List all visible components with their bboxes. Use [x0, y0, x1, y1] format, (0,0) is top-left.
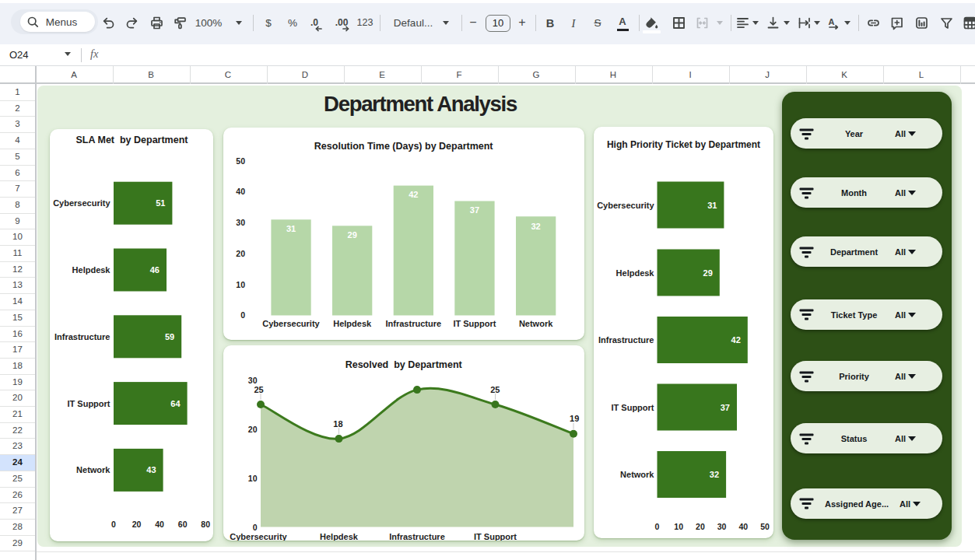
svg-text:0: 0: [240, 310, 245, 320]
svg-text:50: 50: [760, 521, 770, 530]
svg-text:59: 59: [165, 331, 174, 341]
svg-text:Helpdesk: Helpdesk: [72, 265, 111, 275]
svg-text:80: 80: [201, 520, 210, 529]
svg-text:Helpdesk: Helpdesk: [616, 268, 654, 277]
svg-text:Network: Network: [620, 470, 654, 479]
svg-text:51: 51: [156, 198, 165, 208]
svg-text:29: 29: [703, 268, 712, 277]
svg-text:20: 20: [236, 249, 245, 258]
svg-text:10: 10: [674, 521, 683, 530]
svg-text:0: 0: [654, 521, 659, 530]
svg-text:High Priority Ticket by Depart: High Priority Ticket by Department: [606, 139, 759, 150]
svg-text:40: 40: [738, 521, 748, 530]
svg-text:Cybersecurity: Cybersecurity: [597, 200, 654, 209]
svg-text:Cybersecurity: Cybersecurity: [53, 198, 110, 208]
svg-text:42: 42: [731, 335, 740, 345]
svg-text:0: 0: [111, 520, 116, 529]
svg-text:50: 50: [236, 156, 245, 166]
svg-text:40: 40: [236, 187, 245, 196]
svg-text:30: 30: [248, 375, 258, 384]
svg-text:43: 43: [146, 465, 156, 474]
svg-text:Infrastructure: Infrastructure: [598, 335, 654, 345]
svg-text:42: 42: [409, 190, 418, 199]
svg-text:20: 20: [132, 520, 142, 529]
svg-text:30: 30: [717, 521, 726, 530]
svg-text:Cybersecurity: Cybersecurity: [230, 532, 287, 541]
svg-text:Network: Network: [519, 319, 553, 328]
svg-text:25: 25: [490, 384, 500, 394]
svg-text:37: 37: [720, 402, 729, 411]
svg-text:20: 20: [248, 424, 258, 433]
svg-text:10: 10: [248, 473, 258, 482]
svg-text:Network: Network: [76, 465, 110, 474]
svg-text:32: 32: [531, 222, 540, 231]
svg-text:Infrastructure: Infrastructure: [386, 319, 442, 328]
svg-text:30: 30: [236, 218, 245, 227]
svg-text:19: 19: [570, 414, 579, 423]
svg-text:31: 31: [707, 200, 717, 209]
svg-text:18: 18: [333, 418, 342, 428]
svg-text:29: 29: [348, 230, 357, 240]
svg-text:Helpdesk: Helpdesk: [333, 319, 372, 328]
svg-text:31: 31: [286, 224, 296, 233]
svg-text:32: 32: [709, 470, 718, 479]
svg-text:37: 37: [470, 205, 479, 215]
svg-text:Helpdesk: Helpdesk: [320, 532, 359, 541]
svg-text:IT Support: IT Support: [453, 319, 496, 328]
svg-text:46: 46: [150, 265, 160, 275]
svg-text:64: 64: [170, 398, 181, 408]
svg-text:IT Support: IT Support: [611, 402, 654, 411]
svg-text:40: 40: [155, 520, 164, 529]
svg-text:IT Support: IT Support: [68, 398, 110, 408]
svg-text:A: A: [829, 17, 835, 26]
svg-text:10: 10: [236, 280, 245, 289]
svg-text:IT Support: IT Support: [474, 532, 517, 541]
svg-text:Resolution Time (Days) by Depa: Resolution Time (Days) by Department: [314, 141, 494, 152]
svg-text:SLA Met by Department: SLA Met by Department: [75, 135, 188, 145]
svg-text:25: 25: [254, 384, 263, 394]
svg-text:60: 60: [178, 520, 188, 529]
svg-text:Resolved by Department: Resolved by Department: [345, 359, 463, 370]
svg-text:Infrastructure: Infrastructure: [389, 532, 445, 541]
svg-text:Infrastructure: Infrastructure: [54, 331, 110, 341]
svg-text:20: 20: [696, 521, 705, 530]
svg-text:Cybersecurity: Cybersecurity: [262, 319, 320, 328]
svg-text:0: 0: [253, 522, 258, 531]
